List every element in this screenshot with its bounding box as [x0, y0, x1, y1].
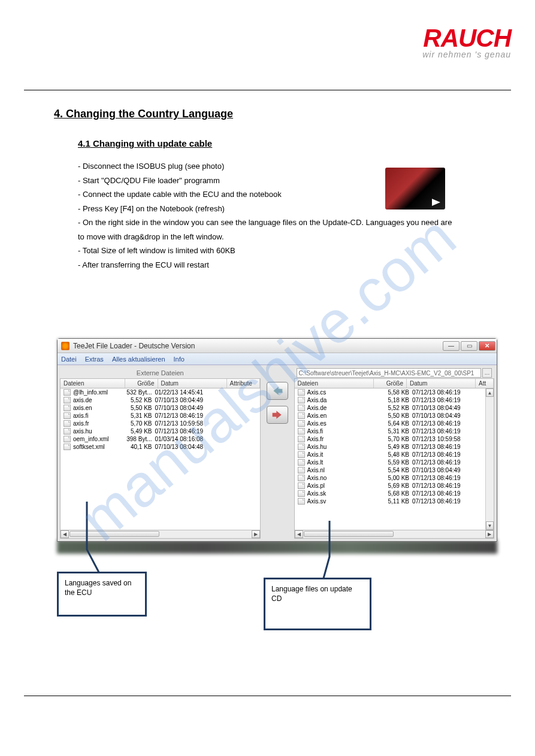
col-datum[interactable]: Datum: [407, 379, 476, 388]
file-icon: [64, 412, 71, 419]
scroll-up-icon[interactable]: ▲: [486, 388, 494, 397]
file-row[interactable]: Axis.cs5,58 KB07/12/13 08:46:19: [295, 388, 494, 396]
right-pane-header: C:\Software\streuer\Teejet\Axis_H-MC\AXI…: [294, 368, 495, 378]
file-row[interactable]: axis.en5,50 KB07/10/13 08:04:49: [61, 404, 260, 412]
file-date: 07/10/13 08:04:49: [155, 405, 224, 411]
file-row[interactable]: oem_info.xml398 Byt...01/03/14 08:16:08: [61, 435, 260, 443]
file-name: Axis.fi: [307, 428, 380, 435]
file-date: 07/10/13 08:04:49: [155, 397, 224, 403]
brand-logo: RAUCH wir nehmen 's genau: [422, 27, 511, 59]
file-row[interactable]: Axis.de5,52 KB07/10/13 08:04:49: [295, 404, 494, 412]
scroll-left-icon[interactable]: ◀: [61, 530, 69, 538]
file-date: 07/12/13 10:59:58: [155, 420, 224, 427]
file-name: Axis.es: [307, 420, 380, 427]
section-title: 4. Changing the Country Language: [54, 108, 505, 120]
file-row[interactable]: @lh_info.xml532 Byt...01/22/13 14:45:41: [61, 388, 260, 396]
file-icon: [298, 420, 305, 427]
instruction-item: - After transferring the ECU will restar…: [78, 259, 505, 271]
scroll-right-icon[interactable]: ▶: [252, 530, 260, 538]
transfer-left-button[interactable]: [267, 382, 288, 400]
file-icon: [298, 451, 305, 458]
file-date: 01/03/14 08:16:08: [155, 436, 224, 442]
file-name: Axis.hu: [307, 444, 380, 450]
file-icon: [298, 490, 305, 497]
scroll-right-icon[interactable]: ▶: [485, 530, 494, 538]
file-icon: [298, 412, 305, 419]
background-blur: [57, 541, 497, 554]
logo-text: RAUCH: [422, 27, 511, 50]
file-name: axis.hu: [73, 428, 122, 435]
file-row[interactable]: axis.fr5,70 KB07/12/13 10:59:58: [61, 420, 260, 427]
left-column-headers[interactable]: Dateien Größe Datum Attribute: [60, 378, 261, 388]
menu-refresh-all[interactable]: Alles aktualisieren: [112, 356, 165, 363]
file-name: axis.de: [73, 397, 122, 403]
minimize-button[interactable]: —: [443, 341, 460, 351]
file-row[interactable]: Axis.pl5,69 KB07/12/13 08:46:19: [295, 482, 494, 490]
file-size: 5,69 KB: [379, 482, 412, 489]
file-icon: [64, 420, 71, 427]
path-input[interactable]: C:\Software\streuer\Teejet\Axis_H-MC\AXI…: [297, 368, 482, 378]
file-size: 5,50 KB: [379, 412, 412, 419]
left-pane-label: Externe Dateien: [137, 369, 184, 377]
col-datum[interactable]: Datum: [158, 379, 227, 388]
file-date: 07/10/13 08:04:49: [412, 467, 481, 473]
maximize-button[interactable]: ▭: [461, 341, 477, 351]
file-name: Axis.de: [307, 405, 380, 411]
right-pane: C:\Software\streuer\Teejet\Axis_H-MC\AXI…: [294, 368, 495, 539]
instruction-item: - Total Size of left window is limited w…: [78, 245, 505, 257]
file-icon: [298, 475, 305, 481]
file-name: Axis.sv: [307, 498, 380, 505]
file-icon: [298, 482, 305, 489]
file-row[interactable]: softkset.xml40,1 KB07/10/13 08:04:48: [61, 443, 260, 451]
right-v-scrollbar[interactable]: ▲ ▼: [485, 388, 494, 530]
file-name: Axis.pl: [307, 482, 380, 489]
file-size: 5,00 KB: [379, 475, 412, 481]
menu-info[interactable]: Info: [174, 356, 185, 363]
file-size: 5,49 KB: [379, 444, 412, 450]
file-row[interactable]: Axis.fr5,70 KB07/12/13 10:59:58: [295, 435, 494, 443]
scroll-thumb[interactable]: [304, 531, 394, 537]
file-row[interactable]: Axis.en5,50 KB07/10/13 08:04:49: [295, 412, 494, 420]
callout-right: Language files on update CD: [264, 578, 371, 630]
file-row[interactable]: Axis.no5,00 KB07/12/13 08:46:19: [295, 474, 494, 482]
file-row[interactable]: axis.fi5,31 KB07/12/13 08:46:19: [61, 412, 260, 420]
col-attribute[interactable]: Attribute: [227, 379, 260, 388]
right-column-headers[interactable]: Dateien Größe Datum Att: [294, 378, 495, 388]
file-row[interactable]: Axis.fi5,31 KB07/12/13 08:46:19: [295, 427, 494, 435]
file-row[interactable]: Axis.it5,48 KB07/12/13 08:46:19: [295, 451, 494, 459]
close-button[interactable]: ✕: [479, 341, 495, 351]
file-icon: [298, 459, 305, 466]
right-file-list[interactable]: ▲ ▼ Axis.cs5,58 KB07/12/13 08:46:19Axis.…: [294, 388, 495, 530]
file-row[interactable]: axis.hu5,49 KB07/12/13 08:46:19: [61, 427, 260, 435]
file-row[interactable]: Axis.lt5,59 KB07/12/13 08:46:19: [295, 459, 494, 466]
col-groesse[interactable]: Größe: [374, 379, 407, 388]
file-date: 07/12/13 08:46:19: [155, 412, 224, 419]
file-row[interactable]: Axis.hu5,49 KB07/12/13 08:46:19: [295, 443, 494, 451]
menu-extras[interactable]: Extras: [85, 356, 104, 363]
menu-datei[interactable]: Datei: [61, 356, 77, 363]
arrow-left-icon: [271, 385, 283, 396]
transfer-right-button[interactable]: [267, 406, 288, 424]
file-row[interactable]: Axis.nl5,54 KB07/10/13 08:04:49: [295, 466, 494, 474]
file-size: 5,58 KB: [379, 389, 412, 396]
scroll-left-icon[interactable]: ◀: [295, 530, 303, 538]
app-icon: [61, 342, 69, 350]
file-row[interactable]: Axis.sk5,68 KB07/12/13 08:46:19: [295, 490, 494, 497]
file-size: 5,52 KB: [122, 397, 155, 403]
col-dateien[interactable]: Dateien: [61, 379, 125, 388]
file-row[interactable]: axis.de5,52 KB07/10/13 08:04:49: [61, 396, 260, 404]
col-att[interactable]: Att: [476, 379, 494, 388]
col-dateien[interactable]: Dateien: [295, 379, 374, 388]
fileloader-window: TeeJet File Loader - Deutsche Version — …: [57, 338, 497, 542]
titlebar[interactable]: TeeJet File Loader - Deutsche Version — …: [58, 339, 497, 353]
file-row[interactable]: Axis.sv5,11 KB07/12/13 08:46:19: [295, 497, 494, 505]
logo-tagline: wir nehmen 's genau: [422, 50, 511, 59]
browse-button[interactable]: ...: [482, 368, 492, 378]
col-groesse[interactable]: Größe: [125, 379, 158, 388]
scroll-down-icon[interactable]: ▼: [486, 521, 494, 530]
file-row[interactable]: Axis.es5,64 KB07/12/13 08:46:19: [295, 420, 494, 427]
file-row[interactable]: Axis.da5,18 KB07/12/13 08:46:19: [295, 396, 494, 404]
menubar: Datei Extras Alles aktualisieren Info: [58, 353, 497, 365]
file-size: 532 Byt...: [122, 389, 155, 396]
file-name: Axis.nl: [307, 467, 380, 473]
